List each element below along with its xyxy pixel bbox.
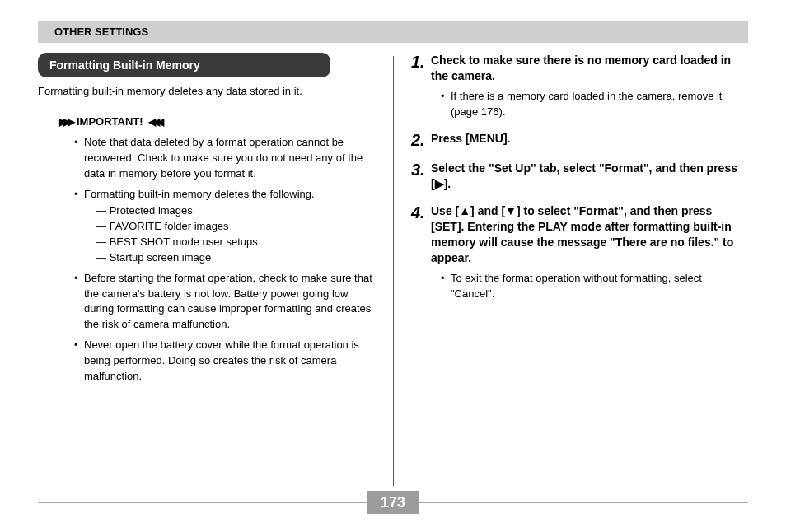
step-sub-item: To exit the format operation without for… [441,271,748,302]
topic-pill: Formatting Built-in Memory [38,53,330,77]
step-3: 3. Select the "Set Up" tab, select "Form… [411,161,748,192]
step-title: Press [MENU]. [431,131,748,147]
column-divider [393,56,394,486]
intro-text: Formatting built-in memory deletes any d… [38,84,375,100]
deletes-list: Protected images FAVORITE folder images … [96,203,375,265]
step-title: Select the "Set Up" tab, select "Format"… [431,161,748,192]
right-column: 1. Check to make sure there is no memory… [393,53,748,390]
important-heading: ▶▶▶ IMPORTANT! ◀◀◀ [59,114,375,130]
step-number: 2. [411,131,431,149]
important-item: Before starting the format operation, ch… [74,271,375,333]
deletes-item: BEST SHOT mode user setups [96,235,375,250]
important-item: Note that data deleted by a format opera… [74,135,375,182]
step-4: 4. Use [▲] and [▼] to select "Format", a… [411,203,748,301]
step-sub-list: To exit the format operation without for… [441,271,748,302]
step-1: 1. Check to make sure there is no memory… [411,53,748,119]
left-column: Formatting Built-in Memory Formatting bu… [38,53,393,390]
step-2: 2. Press [MENU]. [411,131,748,149]
step-number: 4. [411,203,431,301]
important-item: Formatting built-in memory deletes the f… [74,187,375,266]
step-number: 1. [411,53,431,119]
step-title: Check to make sure there is no memory ca… [431,53,748,84]
deletes-item: FAVORITE folder images [96,219,375,235]
step-title: Use [▲] and [▼] to select "Format", and … [431,203,748,266]
important-item: Never open the battery cover while the f… [74,338,375,385]
triangle-left-icon: ◀◀◀ [148,115,161,129]
section-header: OTHER SETTINGS [38,21,748,43]
deletes-item: Startup screen image [96,250,375,266]
step-number: 3. [411,161,431,192]
deletes-item: Protected images [96,203,375,219]
important-list: Note that data deleted by a format opera… [74,135,375,385]
step-sub-list: If there is a memory card loaded in the … [441,89,748,120]
step-sub-item: If there is a memory card loaded in the … [441,89,748,120]
important-label: IMPORTANT! [77,114,143,130]
page-number: 173 [367,491,419,514]
manual-page: OTHER SETTINGS Formatting Built-in Memor… [0,0,786,532]
page-footer: 173 [38,491,748,514]
important-item-text: Formatting built-in memory deletes the f… [84,188,315,200]
triangle-right-icon: ▶▶▶ [59,115,72,129]
